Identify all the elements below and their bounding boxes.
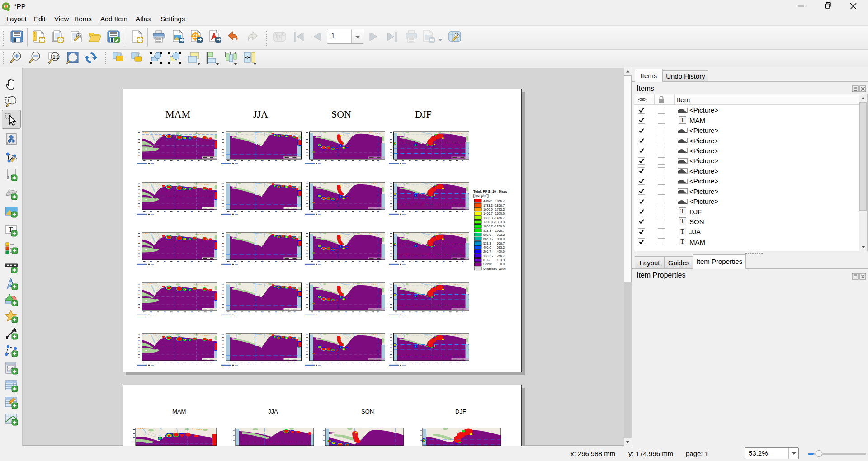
svg-text:0.0: 0.0 (500, 263, 505, 266)
svg-text:533.3 -: 533.3 - (483, 242, 493, 245)
svg-text:1:1: 1:1 (53, 55, 60, 60)
svg-text:400.0 -: 400.0 - (483, 246, 493, 249)
svg-text:1733.3 -: 1733.3 - (483, 204, 495, 207)
svg-text:1866.7: 1866.7 (495, 204, 505, 207)
svg-text:933.3: 933.3 (497, 233, 505, 236)
svg-text:0.0 -: 0.0 - (483, 259, 490, 262)
svg-text:266.7 -: 266.7 - (483, 250, 493, 253)
svg-text:533.3: 533.3 (497, 246, 505, 249)
svg-text:666.7 -: 666.7 - (483, 237, 493, 240)
svg-text:1066.7: 1066.7 (495, 229, 505, 232)
svg-text:1733.3: 1733.3 (495, 208, 505, 211)
svg-text:Above: Above (483, 199, 492, 202)
svg-text:1200.0 -: 1200.0 - (483, 221, 495, 224)
svg-text:Total, PP St 10 - Mass: Total, PP St 10 - Mass (473, 189, 507, 193)
svg-text:1600.0 -: 1600.0 - (483, 208, 495, 211)
svg-text:1466.7 -: 1466.7 - (483, 212, 495, 215)
svg-text:400.0: 400.0 (497, 250, 505, 253)
svg-text:1866.7: 1866.7 (495, 199, 505, 202)
svg-text:[mu-g/m²]: [mu-g/m²] (473, 193, 489, 198)
svg-text:266.7: 266.7 (497, 254, 505, 258)
svg-text:666.7: 666.7 (497, 242, 505, 245)
svg-text:933.3 -: 933.3 - (483, 229, 493, 232)
svg-text:1466.7: 1466.7 (495, 216, 505, 220)
svg-text:800.0 -: 800.0 - (483, 233, 493, 236)
svg-text:Undefined Value: Undefined Value (483, 267, 506, 270)
svg-text:133.3: 133.3 (497, 259, 505, 262)
svg-text:1600.0: 1600.0 (495, 212, 505, 215)
svg-text:1333.3 -: 1333.3 - (483, 216, 495, 220)
svg-text:133.3 -: 133.3 - (483, 254, 493, 258)
svg-text:1200.0: 1200.0 (495, 225, 505, 228)
svg-text:Below: Below (483, 263, 492, 266)
svg-text:800.0: 800.0 (497, 237, 505, 240)
svg-text:1333.3: 1333.3 (495, 221, 505, 224)
svg-text:1066.7 -: 1066.7 - (483, 225, 495, 228)
